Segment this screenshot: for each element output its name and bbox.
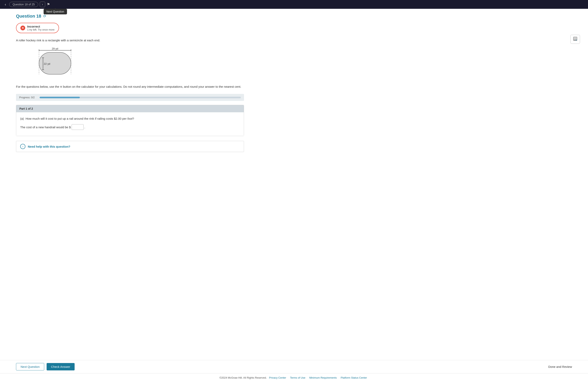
- bookmark-button[interactable]: ⚑: [47, 2, 50, 7]
- part-1-container: Part 1 of 2 (a) How much will it cost to…: [16, 105, 244, 136]
- help-circle-icon: ›: [20, 144, 25, 149]
- back-button[interactable]: ‹: [3, 1, 8, 7]
- svg-rect-6: [575, 40, 576, 40]
- svg-rect-4: [576, 39, 577, 39]
- svg-rect-3: [575, 39, 576, 39]
- progress-label: Progress: 0/2: [19, 96, 37, 99]
- next-question-top-button[interactable]: ›: [40, 1, 45, 7]
- svg-rect-5: [574, 40, 575, 40]
- done-and-review-button[interactable]: Done and Review: [548, 365, 572, 368]
- help-text: Need help with this question?: [28, 145, 70, 148]
- progress-track: [40, 97, 241, 98]
- incorrect-x-icon: ✕: [21, 26, 25, 30]
- top-navigation-bar: ‹ Question 18 of 25 › ⚑ Next Question: [0, 0, 588, 9]
- platform-status-center-link[interactable]: Platform Status Center: [341, 376, 367, 379]
- bottom-action-bar: Next Question Check Answer Done and Revi…: [0, 360, 588, 373]
- part-a-answer-row: The cost of a new handrail would be $ .: [20, 124, 240, 130]
- bottom-left-buttons: Next Question Check Answer: [16, 363, 75, 370]
- next-question-button[interactable]: Next Question: [16, 363, 44, 370]
- terms-of-use-link[interactable]: Terms of Use: [290, 376, 305, 379]
- incorrect-title: Incorrect: [27, 25, 55, 28]
- incorrect-subtitle: 1 try left. Try once more: [27, 28, 55, 31]
- svg-rect-1: [574, 37, 577, 38]
- progress-fill: [40, 97, 80, 98]
- svg-text:29 yd: 29 yd: [52, 47, 58, 50]
- incorrect-text: Incorrect 1 try left. Try once more: [27, 25, 55, 31]
- check-answer-button[interactable]: Check Answer: [47, 363, 75, 370]
- tooltip-text: Next Question: [43, 9, 67, 14]
- copyright-text: ©2024 McGraw Hill. All Rights Reserved.: [219, 376, 267, 379]
- main-content-area: Question 18 ⟳ ✕ Incorrect 1 try left. Tr…: [0, 9, 260, 168]
- answer-input[interactable]: [72, 124, 84, 130]
- calculator-button[interactable]: [570, 35, 580, 44]
- minimum-requirements-link[interactable]: Minimum Requirements: [309, 376, 336, 379]
- page-footer: ©2024 McGraw Hill. All Rights Reserved. …: [0, 373, 588, 382]
- problem-text: A roller hockey rink is a rectangle with…: [16, 38, 244, 43]
- part-header: Part 1 of 2: [16, 105, 244, 112]
- part-a-question: (a) How much will it cost to put up a ra…: [20, 116, 240, 121]
- part-body: (a) How much will it cost to put up a ra…: [16, 112, 244, 136]
- incorrect-badge: ✕ Incorrect 1 try left. Try once more: [16, 23, 59, 33]
- next-question-tooltip: Next Question: [43, 9, 67, 14]
- answer-prefix: The cost of a new handrail would be $: [20, 125, 71, 129]
- rink-diagram: 29 yd 22 yd: [28, 47, 244, 79]
- question-title: Question 18: [16, 14, 41, 19]
- refresh-icon[interactable]: ⟳: [43, 14, 46, 18]
- svg-text:22 yd: 22 yd: [44, 62, 50, 65]
- answer-suffix: .: [84, 125, 85, 129]
- svg-rect-7: [576, 40, 577, 40]
- help-section[interactable]: › Need help with this question?: [16, 141, 244, 152]
- privacy-center-link[interactable]: Privacy Center: [269, 376, 286, 379]
- svg-rect-2: [574, 39, 575, 39]
- question-counter-button[interactable]: Question 18 of 25: [9, 2, 38, 7]
- progress-bar-container: Progress: 0/2: [16, 94, 244, 101]
- instruction-text: For the questions below, use the π butto…: [16, 84, 244, 89]
